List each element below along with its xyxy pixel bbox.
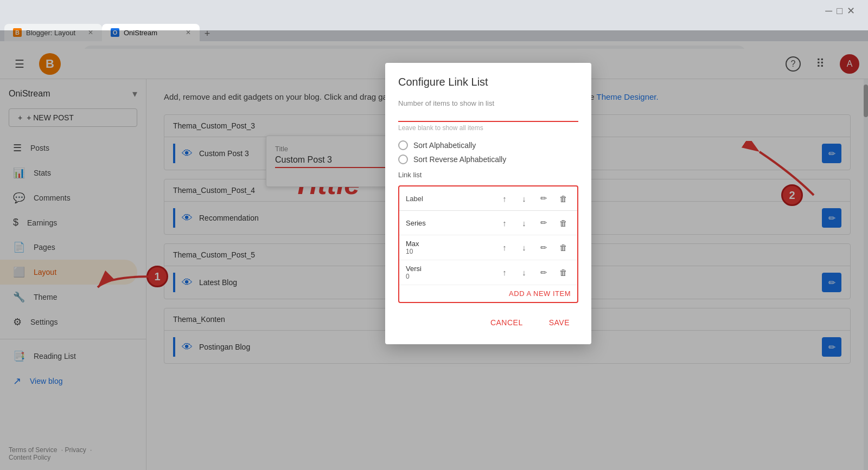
sort-reverse-radio[interactable] xyxy=(398,154,408,164)
header-edit-btn[interactable]: ✏ xyxy=(536,191,551,206)
sort-options: Sort Alphabetically Sort Reverse Alphabe… xyxy=(398,140,578,164)
series-up-btn[interactable]: ↑ xyxy=(497,215,512,230)
add-new-item-button[interactable]: ADD A NEW ITEM xyxy=(399,285,577,302)
versi-delete-btn[interactable]: 🗑 xyxy=(556,265,571,280)
link-list-section-label: Link list xyxy=(398,171,578,179)
versi-value: 0 xyxy=(406,273,497,280)
versi-up-btn[interactable]: ↑ xyxy=(497,265,512,280)
link-list-table: Label ↑ ↓ ✏ 🗑 Series ↑ ↓ ✏ 🗑 xyxy=(398,185,578,303)
modal-title: Configure Link List xyxy=(398,76,578,88)
series-actions: ↑ ↓ ✏ 🗑 xyxy=(497,215,571,230)
browser-title-bar: ─ □ ✕ xyxy=(0,0,868,22)
link-list-header-row: Label ↑ ↓ ✏ 🗑 xyxy=(399,186,577,211)
number-field-label: Number of items to show in list xyxy=(398,99,578,107)
series-label: Series xyxy=(406,219,497,227)
max-delete-btn[interactable]: 🗑 xyxy=(556,240,571,255)
sort-reverse-option[interactable]: Sort Reverse Alphabetically xyxy=(398,154,578,164)
header-delete-btn[interactable]: 🗑 xyxy=(556,191,571,206)
series-down-btn[interactable]: ↓ xyxy=(516,215,532,230)
max-value: 10 xyxy=(406,248,497,255)
close-icon[interactable]: ✕ xyxy=(847,5,855,17)
max-actions: ↑ ↓ ✏ 🗑 xyxy=(497,240,571,255)
link-list-row-versi: Versi 0 ↑ ↓ ✏ 🗑 xyxy=(399,260,577,285)
series-delete-btn[interactable]: 🗑 xyxy=(556,215,571,230)
link-list-header-actions: ↑ ↓ ✏ 🗑 xyxy=(497,191,571,206)
cancel-button[interactable]: CANCEL xyxy=(482,314,532,331)
sort-alphabetically-option[interactable]: Sort Alphabetically xyxy=(398,140,578,150)
max-up-btn[interactable]: ↑ xyxy=(497,240,512,255)
header-down-btn[interactable]: ↓ xyxy=(516,191,532,206)
link-list-row-series: Series ↑ ↓ ✏ 🗑 xyxy=(399,211,577,235)
max-label: Max xyxy=(406,240,497,248)
max-down-btn[interactable]: ↓ xyxy=(516,240,532,255)
modal-backdrop: Configure Link List Number of items to s… xyxy=(0,30,868,470)
max-edit-btn[interactable]: ✏ xyxy=(536,240,551,255)
versi-down-btn[interactable]: ↓ xyxy=(516,265,532,280)
versi-actions: ↑ ↓ ✏ 🗑 xyxy=(497,265,571,280)
modal-actions: CANCEL SAVE xyxy=(398,314,578,331)
minimize-icon[interactable]: ─ xyxy=(825,5,832,17)
versi-edit-btn[interactable]: ✏ xyxy=(536,265,551,280)
maximize-icon[interactable]: □ xyxy=(837,5,843,17)
configure-link-list-modal: Configure Link List Number of items to s… xyxy=(385,63,591,344)
number-items-input[interactable] xyxy=(398,110,578,122)
save-button[interactable]: SAVE xyxy=(540,314,578,331)
header-up-btn[interactable]: ↑ xyxy=(497,191,512,206)
series-edit-btn[interactable]: ✏ xyxy=(536,215,551,230)
link-list-col-label: Label xyxy=(406,195,497,203)
versi-label: Versi xyxy=(406,265,497,273)
modal-hint: Leave blank to show all items xyxy=(398,124,578,132)
sort-alpha-radio[interactable] xyxy=(398,140,408,150)
link-list-row-max: Max 10 ↑ ↓ ✏ 🗑 xyxy=(399,235,577,260)
